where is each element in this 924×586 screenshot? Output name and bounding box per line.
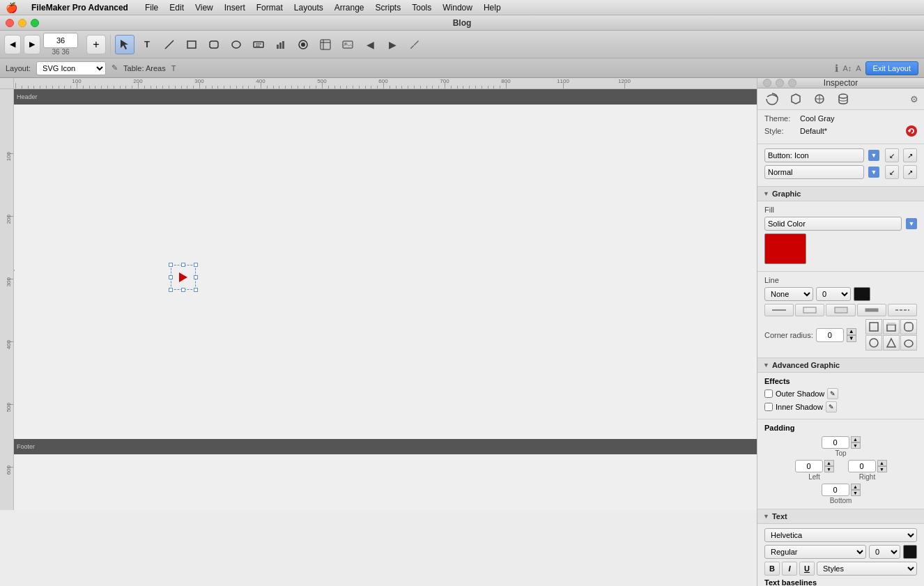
button-tool-btn1[interactable]: ↙ [885, 148, 899, 162]
state-tool-btn1[interactable]: ↙ [885, 165, 899, 179]
inner-shadow-edit[interactable]: ✎ [826, 401, 837, 412]
pointer-tool[interactable] [115, 35, 134, 54]
minimize-button[interactable] [18, 19, 26, 27]
corner-radius-down[interactable]: ▼ [847, 335, 856, 342]
text-color-swatch[interactable] [903, 545, 917, 559]
inspector-window-controls[interactable] [763, 79, 796, 87]
eyedropper-tool[interactable] [405, 35, 424, 54]
corner-style-2[interactable] [883, 319, 900, 334]
menu-scripts[interactable]: Scripts [376, 3, 401, 13]
padding-left-input[interactable] [795, 460, 823, 472]
inspector-minimize[interactable] [776, 79, 784, 87]
padding-top-stepper[interactable]: ▲ ▼ [851, 436, 861, 449]
style-reset-icon[interactable] [906, 125, 917, 137]
menu-arrange[interactable]: Arrange [334, 3, 364, 13]
fullscreen-button[interactable] [31, 19, 39, 27]
padding-bottom-up[interactable]: ▲ [851, 484, 861, 490]
line-style-select[interactable]: None [764, 287, 813, 301]
field-tool[interactable] [249, 35, 268, 54]
inspector-tab-data[interactable] [787, 91, 805, 107]
corner-radius-stepper[interactable]: ▲ ▼ [847, 328, 856, 342]
inspector-close[interactable] [763, 79, 771, 87]
resize-handle-bl[interactable] [169, 288, 173, 292]
padding-right-down[interactable]: ▼ [877, 466, 887, 472]
menu-format[interactable]: Format [256, 3, 283, 13]
apple-menu[interactable]: 🍎 [6, 2, 17, 13]
padding-top-input[interactable] [822, 436, 849, 449]
menu-window[interactable]: Window [442, 3, 472, 13]
line-pattern-3[interactable] [857, 304, 886, 316]
text-section-header[interactable]: ▼ Text [757, 509, 924, 524]
corner-radius-input[interactable] [816, 328, 844, 342]
line-pattern-inner-shadow[interactable] [795, 304, 824, 316]
menu-edit[interactable]: Edit [169, 3, 184, 13]
next-record-button[interactable]: ▶ [24, 35, 40, 54]
next-page-button[interactable]: ▶ [383, 35, 402, 54]
chart-tool[interactable] [271, 35, 291, 54]
text-font-select[interactable]: Helvetica [764, 528, 917, 542]
info-circle-icon[interactable]: ℹ [835, 63, 838, 74]
text-styles-select[interactable]: Styles [817, 562, 917, 576]
text-tool[interactable]: T [137, 35, 157, 54]
resize-handle-br[interactable] [194, 288, 198, 292]
app-name[interactable]: FileMaker Pro Advanced [31, 3, 128, 13]
new-record-button[interactable]: + [86, 35, 106, 54]
rect-tool[interactable] [182, 35, 201, 54]
corner-style-4[interactable] [865, 335, 882, 350]
canvas-main[interactable]: Header Body [14, 89, 757, 510]
menu-insert[interactable]: Insert [224, 3, 245, 13]
line-pattern-2[interactable] [826, 304, 855, 316]
prev-record-button[interactable]: ◀ [4, 35, 21, 54]
button-tool[interactable] [293, 35, 313, 54]
text-bold-button[interactable]: B [764, 562, 780, 576]
menu-tools[interactable]: Tools [412, 3, 431, 13]
line-tool[interactable] [160, 35, 179, 54]
padding-left-up[interactable]: ▲ [824, 460, 834, 466]
text-size-select[interactable]: 0 [869, 545, 900, 559]
line-pattern-4[interactable] [888, 304, 917, 316]
button-type-dropdown[interactable]: ▼ [868, 150, 879, 161]
selected-element[interactable] [171, 265, 196, 290]
fill-type-dropdown[interactable]: ▼ [906, 218, 917, 229]
close-button[interactable] [6, 19, 14, 27]
layout-edit-icon[interactable]: ✎ [111, 63, 118, 72]
image-tool[interactable] [338, 35, 357, 54]
button-type-select[interactable]: Button: Icon [764, 148, 864, 162]
exit-layout-button[interactable]: Exit Layout [865, 61, 918, 75]
outer-shadow-edit[interactable]: ✎ [827, 388, 838, 399]
layout-mode-icon[interactable]: A↕ [842, 64, 852, 72]
portal-tool[interactable] [316, 35, 335, 54]
resize-handle-tr[interactable] [194, 263, 198, 267]
padding-bottom-input[interactable] [822, 484, 849, 496]
padding-bottom-stepper[interactable]: ▲ ▼ [851, 484, 861, 496]
resize-handle-mr[interactable] [194, 275, 198, 279]
line-width-select[interactable]: 0 [816, 287, 851, 301]
text-underline-button[interactable]: U [799, 562, 815, 576]
button-tool-btn2[interactable]: ↗ [903, 148, 917, 162]
padding-right-input[interactable] [848, 460, 876, 472]
rounded-rect-tool[interactable] [204, 35, 224, 54]
corner-style-1[interactable] [865, 319, 882, 334]
menu-file[interactable]: File [145, 3, 158, 13]
inspector-fullscreen[interactable] [788, 79, 796, 87]
padding-bottom-down[interactable]: ▼ [851, 490, 861, 496]
inspector-tab-position[interactable] [810, 91, 829, 107]
fill-color-swatch[interactable] [764, 233, 806, 264]
graphic-section-header[interactable]: ▼ Graphic [757, 187, 924, 201]
corner-radius-up[interactable]: ▲ [847, 328, 856, 335]
padding-left-stepper[interactable]: ▲ ▼ [824, 460, 834, 472]
corner-style-5[interactable] [883, 335, 900, 350]
menu-layouts[interactable]: Layouts [294, 3, 323, 13]
state-tool-btn2[interactable]: ↗ [903, 165, 917, 179]
line-pattern-solid[interactable] [764, 304, 794, 316]
line-color-swatch[interactable] [854, 287, 870, 301]
inspector-settings-icon[interactable]: ⚙ [910, 94, 918, 105]
padding-right-up[interactable]: ▲ [877, 460, 887, 466]
window-controls[interactable] [6, 19, 39, 27]
menu-view[interactable]: View [195, 3, 213, 13]
text-mode-icon[interactable]: A [856, 64, 861, 72]
inspector-tab-appearance[interactable] [763, 91, 781, 107]
inner-shadow-checkbox[interactable] [764, 403, 773, 411]
button-state-select[interactable]: Normal [764, 165, 864, 179]
outer-shadow-checkbox[interactable] [764, 390, 773, 398]
